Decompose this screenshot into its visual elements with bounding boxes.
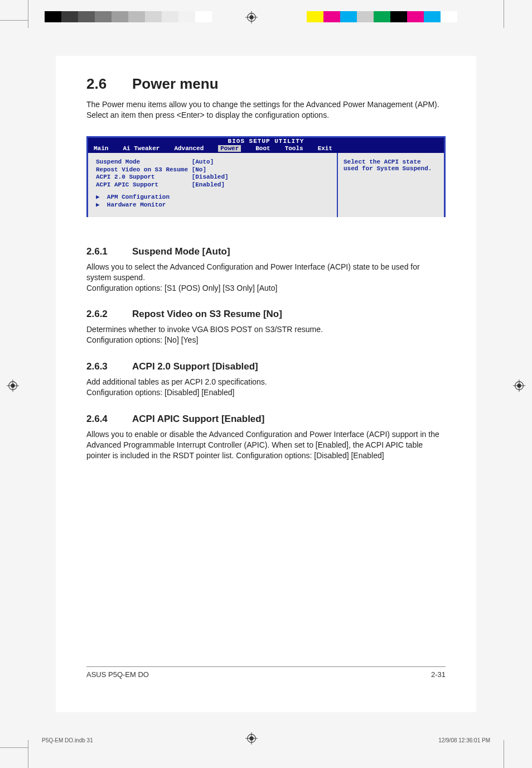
- bios-menu-item: Ai Tweaker: [123, 145, 159, 152]
- bios-menu-item: Tools: [285, 145, 303, 152]
- page-content: 2.6Power menu The Power menu items allow…: [56, 56, 476, 712]
- subsection-heading: 2.6.3ACPI 2.0 Support [Disabled]: [86, 361, 446, 372]
- subsection: 2.6.2Repost Video on S3 Resume [No]Deter…: [86, 309, 446, 345]
- swatch: [323, 11, 340, 22]
- swatch: [61, 11, 78, 22]
- swatch: [374, 11, 390, 22]
- bios-setting-row: ACPI 2.0 Support [Disabled]: [96, 174, 331, 181]
- registration-mark-icon: [7, 380, 19, 392]
- swatch: [357, 11, 374, 22]
- registration-mark-icon: [245, 11, 258, 23]
- page-footer: ASUS P5Q-EM DO 2-31: [86, 666, 446, 679]
- crop-mark: [504, 0, 504, 28]
- bios-menu-item: Main: [94, 145, 108, 152]
- crop-mark: [28, 740, 28, 768]
- bios-settings-pane: Suspend Mode [Auto]Repost Video on S3 Re…: [88, 153, 338, 217]
- subsection-heading: 2.6.4ACPI APIC Support [Enabled]: [86, 414, 446, 425]
- swatch: [424, 11, 441, 22]
- swatch: [162, 11, 178, 22]
- section-intro: The Power menu items allow you to change…: [86, 99, 446, 121]
- subsection-heading: 2.6.2Repost Video on S3 Resume [No]: [86, 309, 446, 320]
- bios-menu-item: Advanced: [174, 145, 204, 152]
- crop-mark: [504, 740, 504, 768]
- print-file: P5Q-EM DO.indb 31: [42, 737, 93, 743]
- swatch: [307, 11, 323, 22]
- swatch: [112, 11, 128, 22]
- subsection-heading: 2.6.1Suspend Mode [Auto]: [86, 246, 446, 257]
- bios-setting-row: Repost Video on S3 Resume [No]: [96, 166, 331, 174]
- swatch: [128, 11, 145, 22]
- swatch: [195, 11, 212, 22]
- subsection: 2.6.1Suspend Mode [Auto]Allows you to se…: [86, 246, 446, 294]
- bios-menu-item: Power: [218, 145, 241, 152]
- subsection-body: Allows you to select the Advanced Config…: [86, 262, 446, 294]
- section-heading: 2.6Power menu: [86, 75, 446, 93]
- swatch: [340, 11, 357, 22]
- bios-setting-row: ACPI APIC Support [Enabled]: [96, 181, 331, 189]
- bios-submenu-row: ▶ Hardware Monitor: [96, 201, 331, 209]
- subsection-body: Allows you to enable or disable the Adva…: [86, 429, 446, 461]
- crop-mark: [28, 0, 28, 28]
- bios-screenshot: BIOS SETUP UTILITY MainAi TweakerAdvance…: [86, 136, 446, 217]
- swatch: [390, 11, 407, 22]
- swatch: [78, 11, 95, 22]
- process-colorbar: [307, 11, 457, 22]
- bios-help-pane: Select the ACPI state used for System Su…: [338, 153, 444, 217]
- crop-mark: [0, 20, 28, 21]
- print-slug: P5Q-EM DO.indb 31 12/9/08 12:36:01 PM: [42, 737, 490, 743]
- bios-menu-item: Boot: [255, 145, 270, 152]
- grayscale-colorbar: [45, 11, 212, 22]
- section-number: 2.6: [86, 75, 132, 93]
- bios-submenu-row: ▶ APM Configuration: [96, 194, 331, 201]
- print-timestamp: 12/9/08 12:36:01 PM: [438, 737, 490, 743]
- bios-menu-item: Exit: [318, 145, 332, 152]
- swatch: [95, 11, 112, 22]
- subsection-body: Determines whether to invoke VGA BIOS PO…: [86, 324, 446, 345]
- bios-menu-bar: MainAi TweakerAdvancedPowerBootToolsExit: [88, 145, 444, 153]
- bios-setting-row: Suspend Mode [Auto]: [96, 159, 331, 166]
- swatch: [441, 11, 457, 22]
- swatch: [145, 11, 162, 22]
- swatch: [45, 11, 61, 22]
- section-title: Power menu: [132, 75, 219, 92]
- bios-title: BIOS SETUP UTILITY: [88, 138, 444, 145]
- swatch: [407, 11, 424, 22]
- footer-product: ASUS P5Q-EM DO: [86, 670, 149, 679]
- subsection-body: Add additional tables as per ACPI 2.0 sp…: [86, 377, 446, 398]
- footer-page-number: 2-31: [431, 670, 446, 679]
- subsection: 2.6.4ACPI APIC Support [Enabled]Allows y…: [86, 414, 446, 461]
- subsection: 2.6.3ACPI 2.0 Support [Disabled]Add addi…: [86, 361, 446, 398]
- registration-mark-icon: [513, 380, 525, 392]
- swatch: [178, 11, 195, 22]
- crop-mark: [0, 747, 28, 748]
